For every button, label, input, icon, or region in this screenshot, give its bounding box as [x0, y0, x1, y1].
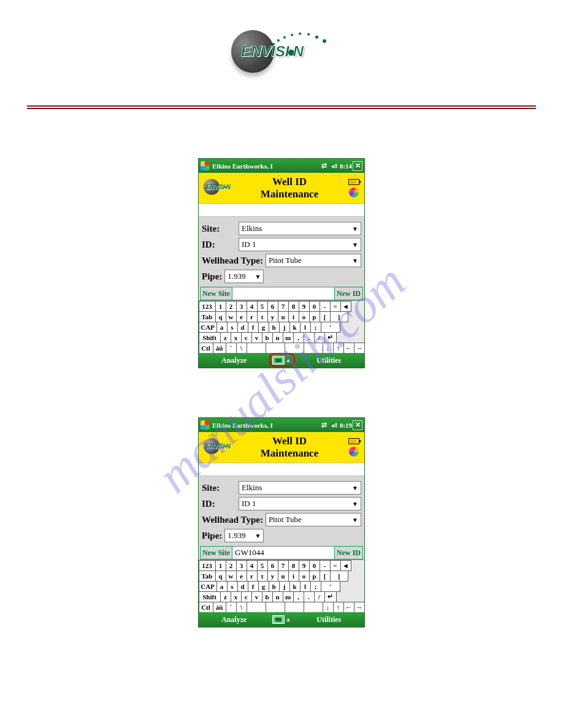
key-r[interactable]: r	[247, 571, 258, 582]
key-/[interactable]: /	[314, 332, 325, 343]
key-ctl[interactable]: Ctl	[199, 343, 213, 354]
key-l[interactable]: l	[300, 581, 311, 592]
key-s[interactable]: s	[227, 322, 238, 333]
key-g[interactable]: g	[258, 581, 269, 592]
key-↵[interactable]: ↵	[324, 591, 337, 602]
key-x[interactable]: x	[231, 332, 242, 343]
key-t[interactable]: t	[257, 311, 268, 322]
key-z[interactable]: z	[220, 591, 231, 602]
key-.[interactable]: .	[304, 591, 315, 602]
key-áü[interactable]: áü	[213, 343, 226, 354]
key-n[interactable]: n	[272, 332, 283, 343]
key-3[interactable]: 3	[236, 301, 247, 312]
key-tab[interactable]: Tab	[199, 571, 216, 582]
key-u[interactable]: u	[278, 311, 289, 322]
key-j[interactable]: j	[279, 322, 290, 333]
key-k[interactable]: k	[289, 322, 301, 333]
key-o[interactable]: o	[299, 311, 310, 322]
key-i[interactable]: i	[288, 311, 299, 322]
key-↓[interactable]: ↓	[323, 343, 334, 354]
spacebar-key[interactable]	[266, 343, 285, 354]
key-h[interactable]: h	[269, 322, 280, 333]
key-;[interactable]: ;	[310, 581, 321, 592]
new-id-button[interactable]: New ID	[334, 546, 363, 559]
key-p[interactable]: p	[309, 571, 320, 582]
new-site-input[interactable]: GW1044	[232, 546, 334, 559]
key-ctl[interactable]: Ctl	[199, 602, 213, 613]
key-'[interactable]: '	[321, 322, 340, 333]
key-][interactable]: ]	[330, 571, 348, 582]
site-select[interactable]: Elkins▼	[239, 481, 361, 495]
key-2[interactable]: 2	[226, 301, 237, 312]
utilities-button[interactable]: Utilities	[293, 356, 364, 365]
key-`[interactable]: `	[226, 602, 237, 613]
key-`[interactable]: `	[226, 343, 237, 354]
key-;[interactable]: ;	[310, 322, 321, 333]
key-p[interactable]: p	[309, 311, 320, 322]
key-↑[interactable]: ↑	[333, 343, 344, 354]
key-8[interactable]: 8	[288, 301, 299, 312]
spacebar-key[interactable]	[304, 343, 323, 354]
key-e[interactable]: e	[236, 571, 247, 582]
key-←[interactable]: ←	[343, 602, 354, 613]
spacebar-key[interactable]	[247, 343, 266, 354]
key-◄[interactable]: ◄	[340, 301, 351, 312]
key-u[interactable]: u	[278, 571, 289, 582]
key-s[interactable]: s	[227, 581, 238, 592]
key-9[interactable]: 9	[299, 560, 310, 571]
key-i[interactable]: i	[288, 571, 299, 582]
key-123[interactable]: 123	[199, 301, 216, 312]
key-6[interactable]: 6	[267, 560, 278, 571]
key-5[interactable]: 5	[257, 301, 268, 312]
close-button[interactable]: ✕	[353, 161, 362, 171]
key-y[interactable]: y	[267, 571, 278, 582]
key-0[interactable]: 0	[309, 560, 320, 571]
new-site-button[interactable]: New Site	[200, 287, 232, 300]
key-n[interactable]: n	[272, 591, 283, 602]
key-m[interactable]: m	[283, 591, 294, 602]
new-site-button[interactable]: New Site	[200, 546, 232, 559]
key-←[interactable]: ←	[343, 343, 354, 354]
key-tab[interactable]: Tab	[199, 311, 216, 322]
key-,[interactable]: ,	[293, 591, 304, 602]
key-k[interactable]: k	[289, 581, 301, 592]
site-select[interactable]: Elkins▼	[239, 222, 361, 235]
key-↑[interactable]: ↑	[333, 602, 344, 613]
key-1[interactable]: 1	[215, 560, 226, 571]
key-v[interactable]: v	[251, 591, 262, 602]
spacebar-key[interactable]	[266, 602, 285, 613]
key-[[interactable]: [	[320, 571, 331, 582]
key-.[interactable]: .	[304, 332, 315, 343]
key-2[interactable]: 2	[226, 560, 237, 571]
key-b[interactable]: b	[262, 332, 273, 343]
key-9[interactable]: 9	[299, 301, 310, 312]
wellhead-select[interactable]: Pitot Tube▼	[266, 254, 361, 267]
key-cap[interactable]: CAP	[199, 581, 217, 592]
spacebar-key[interactable]	[285, 343, 304, 354]
key-'[interactable]: '	[321, 581, 340, 592]
key-0[interactable]: 0	[309, 301, 320, 312]
key-a[interactable]: a	[216, 322, 228, 333]
key-6[interactable]: 6	[267, 301, 278, 312]
key-5[interactable]: 5	[257, 560, 268, 571]
key-→[interactable]: →	[354, 343, 365, 354]
key-↵[interactable]: ↵	[324, 332, 337, 343]
pipe-select[interactable]: 1.939▼	[224, 270, 264, 283]
key-g[interactable]: g	[258, 322, 269, 333]
key--[interactable]: -	[320, 560, 331, 571]
key-x[interactable]: x	[231, 591, 242, 602]
key-r[interactable]: r	[247, 311, 258, 322]
key-shift[interactable]: Shift	[199, 591, 221, 602]
close-button[interactable]: ✕	[353, 420, 362, 430]
new-site-input[interactable]	[232, 287, 334, 300]
key-◄[interactable]: ◄	[340, 560, 351, 571]
key-\[interactable]: \	[236, 343, 247, 354]
key-7[interactable]: 7	[278, 301, 289, 312]
key-áü[interactable]: áü	[213, 602, 226, 613]
key-h[interactable]: h	[269, 581, 280, 592]
key-\[interactable]: \	[236, 602, 247, 613]
key-123[interactable]: 123	[199, 560, 216, 571]
key-4[interactable]: 4	[247, 301, 258, 312]
analyze-button[interactable]: Analyze	[199, 615, 270, 624]
key-b[interactable]: b	[262, 591, 273, 602]
